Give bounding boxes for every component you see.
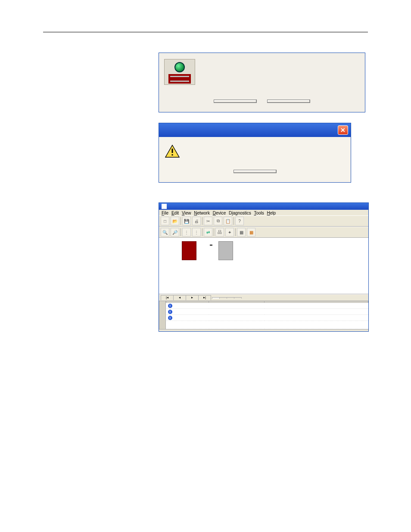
menu-network[interactable]: Network bbox=[194, 211, 210, 215]
close-icon[interactable]: ✕ bbox=[338, 125, 348, 135]
tool-icon[interactable]: ▦ bbox=[237, 228, 246, 236]
save-icon[interactable]: 💾 bbox=[182, 217, 191, 225]
network-icon[interactable]: 品 bbox=[215, 228, 224, 236]
tool-icon[interactable]: ▦ bbox=[247, 228, 255, 236]
open-icon[interactable]: 📂 bbox=[171, 217, 179, 225]
zoom-in-icon[interactable]: 🔍 bbox=[161, 228, 169, 236]
device-node[interactable] bbox=[211, 240, 241, 260]
main-content: ✕ File Edit View Network Device Diagnost… bbox=[159, 48, 369, 342]
network-led-icon bbox=[174, 62, 185, 72]
ok-button[interactable] bbox=[234, 170, 277, 173]
cut-icon[interactable]: ✂ bbox=[204, 217, 212, 225]
messages-panel: i i i bbox=[159, 301, 368, 329]
dialog-titlebar: ✕ bbox=[159, 123, 351, 137]
table-row[interactable]: i bbox=[166, 302, 368, 308]
table-row[interactable]: i bbox=[166, 308, 368, 314]
tool-icon[interactable]: ⋮ bbox=[182, 228, 191, 236]
rsnetworx-window: File Edit View Network Device Diagnostic… bbox=[159, 202, 369, 332]
device-node[interactable] bbox=[172, 240, 206, 260]
menu-view[interactable]: View bbox=[182, 211, 191, 215]
tab-diagnostics[interactable] bbox=[234, 297, 242, 299]
tool-icon[interactable]: ⋮ bbox=[192, 228, 201, 236]
info-icon: i bbox=[168, 310, 172, 314]
menu-device[interactable]: Device bbox=[213, 211, 226, 215]
tab-master-slave[interactable] bbox=[227, 297, 234, 299]
info-icon: i bbox=[168, 304, 172, 308]
snn-set-dialog bbox=[159, 53, 365, 112]
help-icon[interactable]: ? bbox=[235, 217, 244, 225]
tab-spreadsheet[interactable] bbox=[219, 297, 227, 299]
svg-rect-1 bbox=[172, 149, 173, 153]
warning-icon bbox=[165, 145, 180, 158]
svg-rect-2 bbox=[172, 154, 173, 156]
header-rule bbox=[43, 32, 368, 32]
status-bar bbox=[159, 329, 368, 331]
ok-button[interactable] bbox=[214, 100, 257, 103]
node-tooltip bbox=[210, 245, 212, 246]
tab-nav-last[interactable]: ▸| bbox=[198, 295, 211, 300]
menu-help[interactable]: Help bbox=[267, 211, 276, 215]
zoom-out-icon[interactable]: 🔎 bbox=[171, 228, 179, 236]
menu-edit[interactable]: Edit bbox=[171, 211, 179, 215]
toolbar-2: 🔍 🔎 ⋮ ⋮ ⇄ 品 ✦ ▦ ▦ bbox=[159, 227, 368, 238]
tab-nav-prev[interactable]: ◂ bbox=[173, 295, 186, 300]
online-icon[interactable]: ⇄ bbox=[204, 228, 212, 236]
toolbar-1: □ 📂 💾 🖨 ✂ ⧉ 📋 ? bbox=[159, 215, 368, 227]
confirmation-dialog: ✕ bbox=[159, 123, 351, 183]
info-icon: i bbox=[168, 316, 172, 320]
copy-icon[interactable]: ⧉ bbox=[214, 217, 222, 225]
graph-canvas[interactable] bbox=[159, 238, 368, 294]
app-titlebar bbox=[159, 203, 368, 210]
tab-graph[interactable] bbox=[212, 297, 220, 299]
cancel-button[interactable] bbox=[267, 100, 310, 103]
menu-tools[interactable]: Tools bbox=[254, 211, 264, 215]
paste-icon[interactable]: 📋 bbox=[224, 217, 232, 225]
new-icon[interactable]: □ bbox=[161, 217, 169, 225]
messages-table: i i i bbox=[165, 301, 368, 329]
menu-file[interactable]: File bbox=[162, 211, 168, 215]
tab-nav-first[interactable]: |◂ bbox=[161, 295, 174, 300]
tab-nav-next[interactable]: ▸ bbox=[186, 295, 199, 300]
messages-sidebar-label bbox=[159, 301, 165, 329]
page-header bbox=[43, 24, 51, 30]
menu-diagnostics[interactable]: Diagnostics bbox=[229, 211, 251, 215]
view-tabs: |◂◂▸▸| bbox=[159, 294, 368, 301]
device-icon bbox=[164, 59, 195, 85]
tool-icon[interactable]: ✦ bbox=[225, 228, 234, 236]
menubar: File Edit View Network Device Diagnostic… bbox=[159, 210, 368, 215]
print-icon[interactable]: 🖨 bbox=[192, 217, 201, 225]
app-icon bbox=[162, 204, 167, 209]
table-row[interactable]: i bbox=[166, 314, 368, 320]
